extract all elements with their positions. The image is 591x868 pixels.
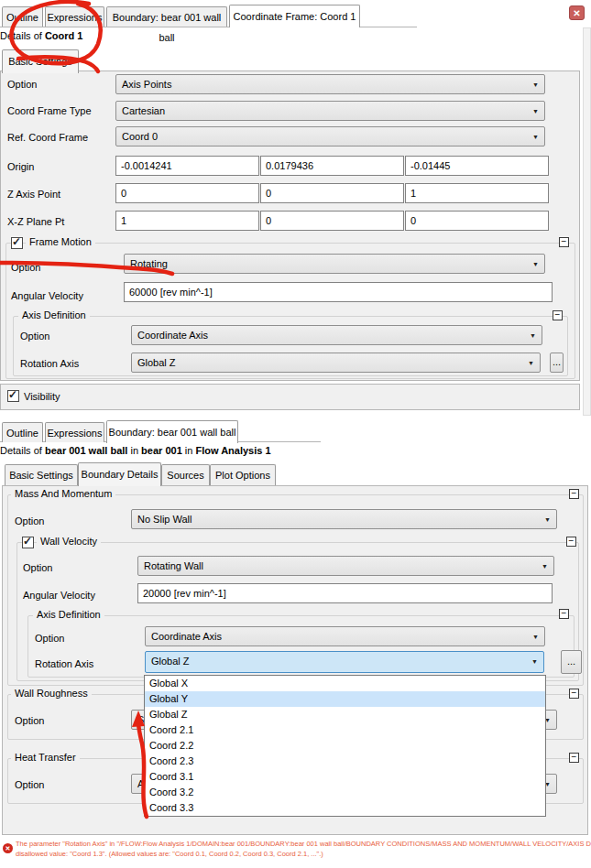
- list-item[interactable]: Global Z: [145, 707, 545, 722]
- rotation-axis-value: Global Z: [137, 353, 176, 372]
- xz-plane-pt-y-field[interactable]: 0: [260, 211, 404, 231]
- collapse-icon[interactable]: −: [566, 537, 576, 547]
- collapse-icon[interactable]: −: [553, 310, 563, 320]
- ad-option-label: Option: [20, 331, 49, 342]
- rotation-axis-dropdown[interactable]: Global Z ▼: [131, 353, 541, 373]
- list-item[interactable]: Coord 3.1: [145, 769, 545, 785]
- z-axis-point-z-field[interactable]: 1: [405, 183, 549, 203]
- mass-and-momentum-label: Mass And Momentum: [11, 488, 115, 499]
- tab-coordinate-frame-coord-1[interactable]: Coordinate Frame: Coord 1: [229, 5, 360, 27]
- tab-outline[interactable]: Outline: [2, 422, 43, 442]
- scrollbar[interactable]: [583, 27, 591, 416]
- subtab-boundary-details[interactable]: Boundary Details: [78, 462, 161, 486]
- details-prefix: Details of: [0, 445, 45, 456]
- fm-angular-velocity-label: Angular Velocity: [11, 290, 83, 301]
- details-object-name: Coord 1: [45, 30, 83, 41]
- xz-plane-pt-label: X-Z Plane Pt: [7, 216, 64, 227]
- error-message-line2: disallowed value: "Coord 1.3". (Allowed …: [16, 849, 323, 859]
- collapse-icon[interactable]: −: [569, 753, 579, 763]
- list-item[interactable]: Coord 2.2: [145, 738, 545, 754]
- fm-option-dropdown[interactable]: Rotating ▼: [124, 254, 545, 274]
- origin-y-field[interactable]: 0.0179436: [260, 156, 404, 176]
- ad-option-dropdown[interactable]: Coordinate Axis ▼: [131, 325, 542, 345]
- frame-motion-checkbox[interactable]: ✓: [11, 237, 23, 249]
- tab-expressions[interactable]: Expressions: [45, 422, 104, 442]
- check-icon: ✓: [12, 235, 21, 248]
- details-boundary-name: bear 001 wall ball: [45, 445, 128, 456]
- xz-plane-pt-x-field[interactable]: 1: [115, 211, 259, 231]
- wv-ad-option-dropdown[interactable]: Coordinate Axis ▼: [145, 626, 545, 646]
- mm-option-value: No Slip Wall: [137, 510, 192, 528]
- axis-definition-label: Axis Definition: [18, 309, 90, 320]
- collapse-icon[interactable]: −: [569, 689, 579, 699]
- error-message-line1: The parameter "Rotation Axis" in "/FLOW:…: [16, 839, 591, 849]
- xz-plane-pt-z-field[interactable]: 0: [405, 211, 549, 231]
- visibility-checkbox[interactable]: ✓: [7, 390, 19, 402]
- chevron-down-icon: ▼: [528, 360, 534, 366]
- list-item[interactable]: Coord 2.3: [145, 754, 545, 769]
- visibility-label: Visibility: [24, 391, 60, 402]
- list-item[interactable]: Coord 3.2: [145, 785, 545, 800]
- wv-angular-velocity-field[interactable]: 20000 [rev min^-1]: [137, 583, 553, 603]
- more-options-button[interactable]: ...: [550, 353, 564, 373]
- coord-frame-type-dropdown[interactable]: Cartesian ▼: [115, 101, 545, 121]
- wv-option-value: Rotating Wall: [144, 557, 203, 575]
- option-value: Axis Points: [122, 75, 171, 93]
- subtab-sources[interactable]: Sources: [161, 464, 210, 485]
- ref-coord-frame-value: Coord 0: [122, 127, 158, 146]
- tab-outline[interactable]: Outline: [2, 6, 43, 27]
- chevron-down-icon: ▼: [532, 134, 539, 140]
- wall-velocity-checkbox[interactable]: ✓: [22, 537, 34, 548]
- wv-axis-definition-label: Axis Definition: [33, 609, 104, 620]
- subtab-basic-settings[interactable]: Basic Settings: [5, 464, 78, 485]
- fm-option-value: Rotating: [130, 255, 168, 273]
- wv-rotation-axis-dropdown[interactable]: Global Z ▼: [145, 651, 544, 673]
- details-line: Details of bear 001 wall ball in bear 00…: [0, 445, 271, 456]
- fm-angular-velocity-field[interactable]: 60000 [rev min^-1]: [124, 282, 553, 302]
- details-sep2: in: [182, 445, 196, 456]
- ref-coord-frame-label: Ref. Coord Frame: [7, 132, 88, 143]
- wv-option-dropdown[interactable]: Rotating Wall ▼: [137, 556, 554, 576]
- heat-transfer-label: Heat Transfer: [11, 752, 80, 763]
- wv-rotation-axis-value: Global Z: [151, 652, 190, 670]
- coord-frame-panel: Outline Expressions Boundary: bear 001 w…: [0, 0, 591, 417]
- subtab-basic-settings[interactable]: Basic Settings: [2, 49, 79, 73]
- list-item[interactable]: Coord 3.3: [145, 800, 545, 816]
- collapse-icon[interactable]: −: [569, 489, 579, 499]
- wall-velocity-label: Wall Velocity: [37, 536, 101, 547]
- chevron-down-icon: ▼: [544, 516, 551, 523]
- collapse-icon[interactable]: −: [559, 609, 569, 619]
- collapse-icon[interactable]: −: [559, 237, 569, 247]
- ref-coord-frame-dropdown[interactable]: Coord 0 ▼: [115, 126, 545, 146]
- rotation-axis-open-list: Global X Global Y Global Z Coord 2.1 Coo…: [144, 675, 546, 817]
- list-item[interactable]: Global X: [145, 676, 545, 691]
- ad-option-value: Coordinate Axis: [137, 326, 208, 344]
- frame-motion-label: Frame Motion: [26, 236, 95, 247]
- tab-expressions[interactable]: Expressions: [45, 6, 104, 27]
- tab-boundary-bear-001-wall-ball[interactable]: Boundary: bear 001 wall ball: [106, 420, 238, 443]
- coord-frame-type-label: Coord Frame Type: [7, 105, 92, 116]
- origin-x-field[interactable]: -0.0014241: [115, 156, 259, 176]
- boundary-panel: Outline Expressions Boundary: bear 001 w…: [0, 417, 591, 838]
- list-item-highlighted[interactable]: Global Y: [145, 691, 545, 707]
- subtab-plot-options[interactable]: Plot Options: [210, 464, 276, 485]
- list-item[interactable]: Coord 2.1: [145, 722, 545, 738]
- option-dropdown[interactable]: Axis Points ▼: [115, 74, 545, 94]
- z-axis-point-y-field[interactable]: 0: [260, 183, 404, 203]
- z-axis-point-x-field[interactable]: 0: [115, 183, 259, 203]
- details-line: Details of Coord 1: [0, 30, 82, 41]
- close-icon[interactable]: ✕: [569, 5, 585, 20]
- wv-option-label: Option: [23, 562, 52, 573]
- chevron-down-icon: ▼: [532, 81, 539, 88]
- rotation-axis-label: Rotation Axis: [20, 358, 79, 369]
- chevron-down-icon: ▼: [530, 332, 536, 339]
- wall-roughness-label: Wall Roughness: [11, 688, 92, 699]
- more-options-button[interactable]: ...: [561, 650, 582, 674]
- mm-option-dropdown[interactable]: No Slip Wall ▼: [131, 509, 557, 529]
- coord-frame-type-value: Cartesian: [122, 102, 165, 120]
- visibility-strip: [0, 384, 580, 410]
- check-icon: ✓: [23, 535, 32, 548]
- origin-z-field[interactable]: -0.01445: [405, 156, 549, 176]
- tab-boundary-bear-001-wall-ball[interactable]: Boundary: bear 001 wall ball: [106, 6, 227, 27]
- chevron-down-icon: ▼: [542, 563, 548, 570]
